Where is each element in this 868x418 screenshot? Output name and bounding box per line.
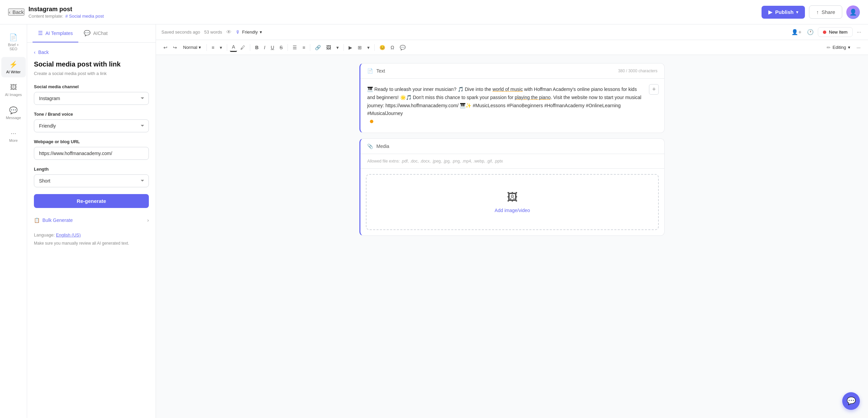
align-chevron-button[interactable]: ▾ [218,43,224,52]
avatar[interactable]: 👤 [846,5,860,19]
table-button[interactable]: ⊞ [356,43,364,52]
comment-button[interactable]: 💬 [398,43,408,52]
text-block: 📄 Text 380 / 3000 characters 🎹 Ready to … [359,63,665,133]
channel-label: Social media channel [34,84,149,89]
text-color-button[interactable]: A [230,43,237,52]
more-format-options[interactable]: ··· [854,43,863,52]
panel-back-label: Back [38,50,49,55]
share-icon: ↑ [816,9,819,15]
sidebar-item-message[interactable]: 💬 Message [1,103,26,123]
redo-button[interactable]: ↪ [171,43,179,52]
link-button[interactable]: 🔗 [313,43,323,52]
tone-selector[interactable]: 🎙 Friendly ▾ [236,30,262,35]
sidebar-label-more: More [9,138,18,142]
underline-button[interactable]: U [269,43,276,52]
new-item-dot [823,31,826,34]
clock-icon[interactable]: 🕐 [806,27,815,37]
brief-seo-icon: 📄 [9,33,18,41]
message-icon: 💬 [9,106,18,114]
user-add-icon[interactable]: 👤+ [790,27,803,37]
format-normal-label: Normal [183,45,197,50]
sidebar-label-ai-writer: AI Writer [6,70,21,74]
text-block-content[interactable]: 🎹 Ready to unleash your inner musician? … [360,79,664,133]
publish-label: Publish [775,9,793,15]
share-button[interactable]: ↑ Share [809,5,842,19]
content-template-label: Content template: [28,14,63,19]
panel-tabs: ☰ AI Templates 💬 AIChat [27,24,156,43]
tone-select[interactable]: Friendly Professional Casual Formal [34,119,149,132]
channel-select[interactable]: Instagram Facebook Twitter LinkedIn [34,92,149,105]
media-block-header: 📎 Media [360,139,664,154]
table-chevron-button[interactable]: ▾ [365,43,372,52]
undo-button[interactable]: ↩ [161,43,170,52]
add-block-button[interactable]: + [649,84,659,95]
chevron-down-icon: ▾ [796,10,798,15]
underline-world-of-music: world of music [492,87,522,92]
editing-chevron-icon: ▾ [848,45,850,50]
bullet-list-button[interactable]: ☰ [291,43,299,52]
panel-back-link[interactable]: ‹ Back [34,50,149,55]
format-toolbar: ↩ ↪ Normal ▾ ≡ ▾ A 🖊 B I U S ☰ ≡ 🔗 🖼 ▾ [156,40,868,55]
more-options-icon[interactable]: ··· [855,28,863,37]
separator-5 [310,44,310,51]
ordered-list-button[interactable]: ≡ [300,43,307,52]
strikethrough-button[interactable]: S [278,43,285,52]
highlight-button[interactable]: 🖊 [238,43,247,52]
editing-mode-button[interactable]: ✏ Editing ▾ [824,43,853,52]
saved-status: Saved seconds ago [161,30,200,35]
url-input[interactable] [34,147,149,160]
play-button[interactable]: ▶ [347,43,354,52]
channel-group: Social media channel Instagram Facebook … [34,84,149,105]
back-button[interactable]: ‹ Back [8,8,24,16]
special-char-button[interactable]: Ω [389,43,396,52]
publish-button[interactable]: ▶ Publish ▾ [762,6,805,19]
italic-button[interactable]: I [262,43,268,52]
tab-ai-templates[interactable]: ☰ AI Templates [33,24,78,42]
tab-ai-chat[interactable]: 💬 AIChat [78,24,113,42]
image-button[interactable]: 🖼 [324,43,333,52]
length-select[interactable]: Short Medium Long [34,174,149,187]
text-block-title: Text [376,68,385,74]
bold-button[interactable]: B [253,43,260,52]
new-item-label: New Item [829,30,848,35]
sidebar-item-ai-writer[interactable]: ⚡ AI Writer [1,57,26,77]
bulk-generate-left: 📋 Bulk Generate [34,217,73,223]
status-dot [370,120,373,123]
format-style-dropdown[interactable]: Normal ▾ [180,43,204,51]
header-left: ‹ Back Instagram post Content template: … [8,6,104,19]
regenerate-button[interactable]: Re-generate [34,194,149,208]
sidebar-label-ai-images: AI Images [5,93,22,97]
sidebar-item-ai-images[interactable]: 🖼 AI Images [1,80,26,100]
media-upload-area[interactable]: 🖼 Add image/video [366,174,659,230]
sidebar-item-more[interactable]: ··· More [1,126,26,146]
icon-sidebar: 📄 Brief + SEO ⚡ AI Writer 🖼 AI Images 💬 … [0,24,27,418]
panel-subtitle: Create a social media post with a link [34,71,149,76]
new-item-button[interactable]: New Item [818,27,853,37]
content-template-link[interactable]: # Social media post [65,14,104,19]
underline-playing-the-piano: playing the piano [515,95,551,100]
allowed-file-types: Allowed file extns: .pdf, .doc, .docx, .… [360,154,664,169]
language-link[interactable]: English (US) [56,232,81,238]
separator-1 [206,44,207,51]
separator-6 [343,44,344,51]
separator-7 [374,44,375,51]
url-label: Webpage or blog URL [34,139,149,144]
editing-label: Editing [833,45,846,50]
text-block-header: 📄 Text 380 / 3000 characters [360,63,664,79]
post-text: 🎹 Ready to unleash your inner musician? … [367,86,644,118]
left-panel: ☰ AI Templates 💬 AIChat ‹ Back Social me… [27,24,156,418]
chat-button[interactable]: 💬 [842,392,860,410]
bulk-generate[interactable]: 📋 Bulk Generate › [34,213,149,227]
align-left-button[interactable]: ≡ [210,43,216,52]
char-count: 380 / 3000 characters [618,69,657,73]
emoji-button[interactable]: 😊 [377,43,387,52]
editor-inner: 📄 Text 380 / 3000 characters 🎹 Ready to … [359,63,665,236]
tone-chevron-icon: ▾ [260,30,262,35]
pencil-icon: ✏ [827,45,831,50]
language-label: Language: English (US) [34,232,149,238]
chevron-left-icon: ‹ [9,10,11,15]
header-right: ▶ Publish ▾ ↑ Share 👤 [762,5,860,19]
image-chevron-button[interactable]: ▾ [334,43,341,52]
tone-value: Friendly [242,30,258,35]
sidebar-item-brief-seo[interactable]: 📄 Brief + SEO [1,30,26,54]
